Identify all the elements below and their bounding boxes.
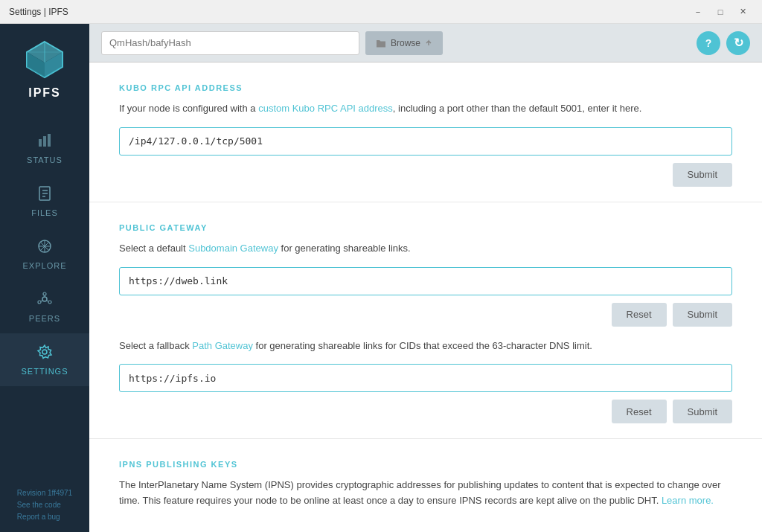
svg-rect-8 xyxy=(48,134,51,147)
maximize-button[interactable]: □ xyxy=(710,4,731,19)
svg-point-18 xyxy=(42,297,47,301)
see-code-link[interactable]: See the code xyxy=(17,499,72,511)
titlebar-controls: − □ ✕ xyxy=(688,4,753,19)
path-gateway-desc: Select a fallback Path Gateway for gener… xyxy=(119,339,732,354)
kubo-rpc-submit-button[interactable]: Submit xyxy=(673,163,732,187)
files-label: FILES xyxy=(31,208,58,217)
sidebar-item-files[interactable]: FILES xyxy=(0,175,89,228)
svg-point-25 xyxy=(42,350,47,354)
path-btn-row: Reset Submit xyxy=(119,400,732,423)
subdomain-btn-row: Reset Submit xyxy=(119,303,732,327)
public-gateway-title: PUBLIC GATEWAY xyxy=(119,223,732,232)
svg-line-24 xyxy=(41,301,43,301)
kubo-rpc-btn-row: Submit xyxy=(119,163,732,187)
path-desc-before: Select a fallback xyxy=(119,340,192,351)
browse-label: Browse xyxy=(391,38,420,48)
path-reset-button[interactable]: Reset xyxy=(612,400,667,423)
peers-icon xyxy=(36,291,53,310)
ipns-section: IPNS PUBLISHING KEYS The InterPlanetary … xyxy=(89,439,762,532)
sidebar-footer: Revision 1ff4971 See the code Report a b… xyxy=(8,478,81,532)
cid-input[interactable] xyxy=(101,31,359,55)
browse-button[interactable]: Browse xyxy=(365,31,443,55)
report-bug-link[interactable]: Report a bug xyxy=(17,511,72,523)
settings-label: SETTINGS xyxy=(21,367,68,376)
subdomain-submit-button[interactable]: Submit xyxy=(673,303,732,327)
kubo-rpc-section: KUBO RPC API ADDRESS If your node is con… xyxy=(89,63,762,202)
path-desc-after: for generating shareable links for CIDs … xyxy=(253,340,592,351)
subdomain-gateway-input[interactable] xyxy=(119,267,732,295)
kubo-desc-before: If your node is configured with a xyxy=(119,103,258,114)
ipns-learn-more-link[interactable]: Learn more. xyxy=(662,495,714,506)
minimize-button[interactable]: − xyxy=(688,4,708,19)
kubo-rpc-title: KUBO RPC API ADDRESS xyxy=(119,83,732,92)
ipfs-logo-icon xyxy=(24,39,65,80)
kubo-rpc-desc: If your node is configured with a custom… xyxy=(119,101,732,117)
path-gateway-input[interactable] xyxy=(119,364,732,392)
kubo-rpc-input[interactable] xyxy=(119,127,732,156)
sidebar: IPFS STATUS FILES xyxy=(0,24,89,532)
upload-icon xyxy=(425,39,432,47)
close-button[interactable]: ✕ xyxy=(732,4,753,19)
status-label: STATUS xyxy=(27,156,63,164)
sidebar-logo: IPFS xyxy=(16,31,73,107)
peers-label: PEERS xyxy=(29,314,60,323)
subdomain-gateway-desc: Select a default Subdomain Gateway for g… xyxy=(119,241,732,257)
ipns-desc: The InterPlanetary Name System (IPNS) pr… xyxy=(119,478,732,509)
svg-rect-6 xyxy=(39,139,42,147)
settings-icon xyxy=(36,344,53,362)
path-submit-button[interactable]: Submit xyxy=(673,400,732,423)
status-icon xyxy=(36,132,53,151)
refresh-button[interactable]: ↻ xyxy=(726,31,750,55)
svg-line-23 xyxy=(47,301,49,301)
sidebar-item-peers[interactable]: PEERS xyxy=(0,281,89,333)
main-area: Browse ? ↻ KUBO RPC API ADDRESS If your … xyxy=(89,24,762,532)
sidebar-item-settings[interactable]: SETTINGS xyxy=(0,333,89,386)
public-gateway-section: PUBLIC GATEWAY Select a default Subdomai… xyxy=(89,202,762,440)
svg-point-20 xyxy=(48,301,51,304)
titlebar: Settings | IPFS − □ ✕ xyxy=(0,0,762,24)
kubo-desc-after: , including a port other than the defaul… xyxy=(393,103,642,114)
files-icon xyxy=(37,185,52,204)
subdomain-reset-button[interactable]: Reset xyxy=(612,303,667,327)
logo-text: IPFS xyxy=(28,86,61,100)
sidebar-item-status[interactable]: STATUS xyxy=(0,122,89,175)
ipns-desc-text: The InterPlanetary Name System (IPNS) pr… xyxy=(119,479,721,506)
subdomain-desc-after: for generating shareable links. xyxy=(278,243,411,254)
explore-label: EXPLORE xyxy=(23,261,67,270)
svg-rect-7 xyxy=(43,136,46,147)
titlebar-title: Settings | IPFS xyxy=(9,7,68,17)
path-gateway-link[interactable]: Path Gateway xyxy=(192,340,253,351)
browse-folder-icon xyxy=(376,38,386,48)
subdomain-desc-before: Select a default xyxy=(119,243,188,254)
settings-content: KUBO RPC API ADDRESS If your node is con… xyxy=(89,63,762,532)
subdomain-gateway-link[interactable]: Subdomain Gateway xyxy=(188,243,278,254)
help-button[interactable]: ? xyxy=(697,31,720,55)
sidebar-item-explore[interactable]: EXPLORE xyxy=(0,228,89,281)
kubo-rpc-link[interactable]: custom Kubo RPC API address xyxy=(258,103,393,114)
app-layout: IPFS STATUS FILES xyxy=(0,24,762,532)
revision-text: Revision 1ff4971 xyxy=(17,489,72,497)
svg-point-19 xyxy=(43,292,46,295)
explore-icon xyxy=(36,238,53,257)
topbar: Browse ? ↻ xyxy=(89,24,762,63)
ipns-title: IPNS PUBLISHING KEYS xyxy=(119,460,732,469)
svg-point-21 xyxy=(38,301,41,304)
titlebar-text: Settings | IPFS xyxy=(9,7,68,17)
